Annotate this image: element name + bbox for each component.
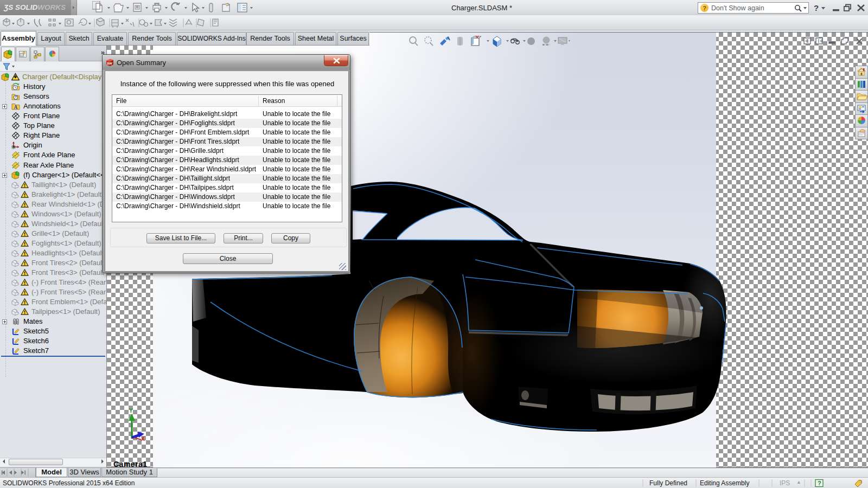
svg-text:SW: SW bbox=[107, 62, 113, 65]
svg-text:X: X bbox=[141, 436, 145, 442]
svg-text:Y: Y bbox=[129, 408, 133, 414]
svg-text:?: ? bbox=[814, 3, 819, 12]
svg-text:?: ? bbox=[818, 480, 821, 486]
